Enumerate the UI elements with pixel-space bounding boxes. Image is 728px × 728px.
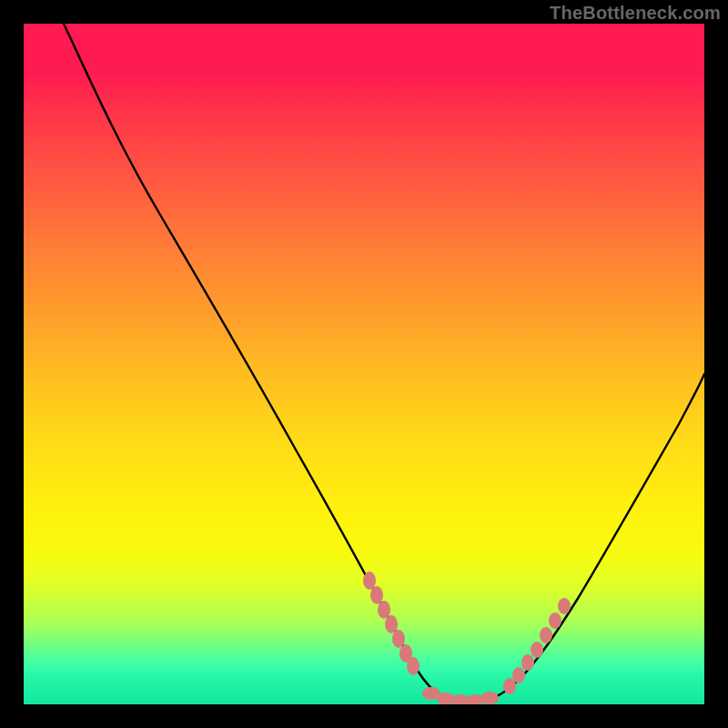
svg-point-18 [558,598,571,614]
svg-point-0 [363,571,376,590]
curve-layer [24,24,704,704]
svg-point-14 [521,654,534,671]
watermark-text: TheBottleneck.com [550,3,721,24]
svg-point-3 [385,615,398,633]
bead-cluster-right [503,598,571,694]
svg-point-17 [549,612,561,629]
svg-point-4 [392,630,405,648]
svg-point-16 [540,627,552,643]
bead-cluster-bottom [422,687,499,704]
svg-point-15 [531,642,543,658]
chart-container: TheBottleneck.com [0,0,728,728]
bottleneck-curve [64,24,704,702]
svg-point-6 [407,657,420,675]
plot-area [24,24,704,704]
svg-point-11 [480,692,499,704]
bead-cluster-left [363,571,420,675]
svg-point-1 [370,586,383,604]
svg-point-2 [378,601,390,619]
svg-point-13 [512,667,525,683]
